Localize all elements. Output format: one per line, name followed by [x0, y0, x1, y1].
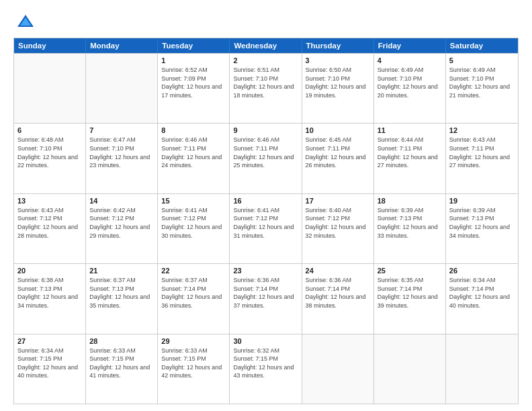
calendar-week-4: 20Sunrise: 6:38 AM Sunset: 7:13 PM Dayli…: [14, 263, 518, 333]
calendar-cell: 13Sunrise: 6:43 AM Sunset: 7:12 PM Dayli…: [14, 194, 86, 263]
calendar-week-1: 1Sunrise: 6:52 AM Sunset: 7:09 PM Daylig…: [14, 53, 518, 123]
day-info: Sunrise: 6:36 AM Sunset: 7:14 PM Dayligh…: [233, 276, 298, 310]
day-number: 14: [89, 197, 154, 205]
day-number: 11: [378, 126, 442, 134]
calendar-cell: 27Sunrise: 6:34 AM Sunset: 7:15 PM Dayli…: [14, 334, 86, 404]
calendar-cell: 28Sunrise: 6:33 AM Sunset: 7:15 PM Dayli…: [86, 334, 158, 404]
calendar-cell: 14Sunrise: 6:42 AM Sunset: 7:12 PM Dayli…: [86, 194, 158, 263]
day-number: 5: [449, 56, 515, 64]
header-cell-monday: Monday: [86, 38, 158, 53]
day-number: 4: [378, 56, 442, 64]
calendar-cell: 7Sunrise: 6:47 AM Sunset: 7:10 PM Daylig…: [86, 124, 158, 193]
calendar-cell: 18Sunrise: 6:39 AM Sunset: 7:13 PM Dayli…: [374, 194, 446, 263]
day-info: Sunrise: 6:48 AM Sunset: 7:10 PM Dayligh…: [17, 136, 82, 169]
day-number: 10: [306, 126, 370, 134]
day-number: 7: [89, 126, 154, 134]
day-number: 18: [378, 197, 442, 205]
calendar-header-row: SundayMondayTuesdayWednesdayThursdayFrid…: [14, 38, 518, 53]
day-info: Sunrise: 6:34 AM Sunset: 7:15 PM Dayligh…: [17, 347, 82, 380]
header-cell-saturday: Saturday: [446, 38, 518, 53]
calendar-cell: [302, 334, 374, 404]
calendar-cell: 25Sunrise: 6:35 AM Sunset: 7:14 PM Dayli…: [374, 264, 446, 333]
day-number: 9: [233, 126, 298, 134]
day-number: 26: [449, 267, 515, 275]
calendar-cell: 21Sunrise: 6:37 AM Sunset: 7:13 PM Dayli…: [86, 264, 158, 333]
day-number: 22: [161, 267, 226, 275]
day-info: Sunrise: 6:50 AM Sunset: 7:10 PM Dayligh…: [306, 66, 370, 99]
calendar-cell: 20Sunrise: 6:38 AM Sunset: 7:13 PM Dayli…: [14, 264, 86, 333]
header-cell-thursday: Thursday: [302, 38, 374, 53]
day-info: Sunrise: 6:43 AM Sunset: 7:11 PM Dayligh…: [449, 136, 515, 169]
day-info: Sunrise: 6:49 AM Sunset: 7:10 PM Dayligh…: [378, 66, 442, 99]
calendar-cell: 4Sunrise: 6:49 AM Sunset: 7:10 PM Daylig…: [374, 54, 446, 123]
day-number: 19: [449, 197, 515, 205]
day-info: Sunrise: 6:40 AM Sunset: 7:12 PM Dayligh…: [306, 206, 370, 240]
calendar-cell: 2Sunrise: 6:51 AM Sunset: 7:10 PM Daylig…: [230, 54, 302, 123]
header-cell-sunday: Sunday: [14, 38, 86, 53]
day-number: 20: [17, 267, 82, 275]
day-info: Sunrise: 6:41 AM Sunset: 7:12 PM Dayligh…: [161, 206, 226, 240]
day-info: Sunrise: 6:49 AM Sunset: 7:10 PM Dayligh…: [449, 66, 515, 99]
day-info: Sunrise: 6:51 AM Sunset: 7:10 PM Dayligh…: [233, 66, 298, 99]
day-info: Sunrise: 6:32 AM Sunset: 7:15 PM Dayligh…: [233, 347, 298, 380]
header: [13, 12, 519, 31]
calendar-week-3: 13Sunrise: 6:43 AM Sunset: 7:12 PM Dayli…: [14, 193, 518, 263]
day-number: 16: [233, 197, 298, 205]
day-number: 6: [17, 126, 82, 134]
header-cell-wednesday: Wednesday: [230, 38, 302, 53]
calendar-cell: 30Sunrise: 6:32 AM Sunset: 7:15 PM Dayli…: [230, 334, 302, 404]
day-number: 25: [378, 267, 442, 275]
calendar-cell: 8Sunrise: 6:46 AM Sunset: 7:11 PM Daylig…: [158, 124, 230, 193]
day-number: 15: [161, 197, 226, 205]
page: SundayMondayTuesdayWednesdayThursdayFrid…: [0, 0, 532, 411]
logo-icon: [16, 12, 35, 31]
day-number: 13: [17, 197, 82, 205]
day-number: 17: [306, 197, 370, 205]
day-info: Sunrise: 6:52 AM Sunset: 7:09 PM Dayligh…: [161, 66, 226, 99]
day-info: Sunrise: 6:37 AM Sunset: 7:14 PM Dayligh…: [161, 276, 226, 310]
calendar-cell: 10Sunrise: 6:45 AM Sunset: 7:11 PM Dayli…: [302, 124, 374, 193]
calendar-cell: 1Sunrise: 6:52 AM Sunset: 7:09 PM Daylig…: [158, 54, 230, 123]
day-number: 23: [233, 267, 298, 275]
day-info: Sunrise: 6:41 AM Sunset: 7:12 PM Dayligh…: [233, 206, 298, 240]
calendar-cell: 16Sunrise: 6:41 AM Sunset: 7:12 PM Dayli…: [230, 194, 302, 263]
day-number: 29: [161, 337, 226, 345]
calendar: SundayMondayTuesdayWednesdayThursdayFrid…: [13, 38, 519, 404]
calendar-cell: 3Sunrise: 6:50 AM Sunset: 7:10 PM Daylig…: [302, 54, 374, 123]
calendar-cell: 6Sunrise: 6:48 AM Sunset: 7:10 PM Daylig…: [14, 124, 86, 193]
day-info: Sunrise: 6:37 AM Sunset: 7:13 PM Dayligh…: [89, 276, 154, 310]
day-info: Sunrise: 6:38 AM Sunset: 7:13 PM Dayligh…: [17, 276, 82, 310]
calendar-body: 1Sunrise: 6:52 AM Sunset: 7:09 PM Daylig…: [14, 53, 518, 404]
day-info: Sunrise: 6:36 AM Sunset: 7:14 PM Dayligh…: [306, 276, 370, 310]
day-info: Sunrise: 6:45 AM Sunset: 7:11 PM Dayligh…: [306, 136, 370, 169]
calendar-cell: 29Sunrise: 6:33 AM Sunset: 7:15 PM Dayli…: [158, 334, 230, 404]
day-number: 21: [89, 267, 154, 275]
calendar-cell: 15Sunrise: 6:41 AM Sunset: 7:12 PM Dayli…: [158, 194, 230, 263]
calendar-cell: 26Sunrise: 6:34 AM Sunset: 7:14 PM Dayli…: [446, 264, 518, 333]
calendar-cell: [374, 334, 446, 404]
calendar-cell: [86, 54, 158, 123]
calendar-cell: 17Sunrise: 6:40 AM Sunset: 7:12 PM Dayli…: [302, 194, 374, 263]
day-info: Sunrise: 6:43 AM Sunset: 7:12 PM Dayligh…: [17, 206, 82, 240]
logo: [13, 12, 35, 31]
day-info: Sunrise: 6:39 AM Sunset: 7:13 PM Dayligh…: [449, 206, 515, 240]
calendar-cell: 12Sunrise: 6:43 AM Sunset: 7:11 PM Dayli…: [446, 124, 518, 193]
calendar-cell: 9Sunrise: 6:46 AM Sunset: 7:11 PM Daylig…: [230, 124, 302, 193]
day-info: Sunrise: 6:46 AM Sunset: 7:11 PM Dayligh…: [161, 136, 226, 169]
day-info: Sunrise: 6:34 AM Sunset: 7:14 PM Dayligh…: [449, 276, 515, 310]
day-info: Sunrise: 6:33 AM Sunset: 7:15 PM Dayligh…: [89, 347, 154, 380]
calendar-cell: 24Sunrise: 6:36 AM Sunset: 7:14 PM Dayli…: [302, 264, 374, 333]
calendar-cell: 5Sunrise: 6:49 AM Sunset: 7:10 PM Daylig…: [446, 54, 518, 123]
day-info: Sunrise: 6:47 AM Sunset: 7:10 PM Dayligh…: [89, 136, 154, 169]
day-number: 30: [233, 337, 298, 345]
header-cell-tuesday: Tuesday: [158, 38, 230, 53]
day-info: Sunrise: 6:35 AM Sunset: 7:14 PM Dayligh…: [378, 276, 442, 310]
day-number: 28: [89, 337, 154, 345]
header-cell-friday: Friday: [374, 38, 446, 53]
day-info: Sunrise: 6:39 AM Sunset: 7:13 PM Dayligh…: [378, 206, 442, 240]
day-number: 3: [306, 56, 370, 64]
calendar-week-5: 27Sunrise: 6:34 AM Sunset: 7:15 PM Dayli…: [14, 334, 518, 404]
calendar-cell: 23Sunrise: 6:36 AM Sunset: 7:14 PM Dayli…: [230, 264, 302, 333]
day-info: Sunrise: 6:42 AM Sunset: 7:12 PM Dayligh…: [89, 206, 154, 240]
day-number: 8: [161, 126, 226, 134]
